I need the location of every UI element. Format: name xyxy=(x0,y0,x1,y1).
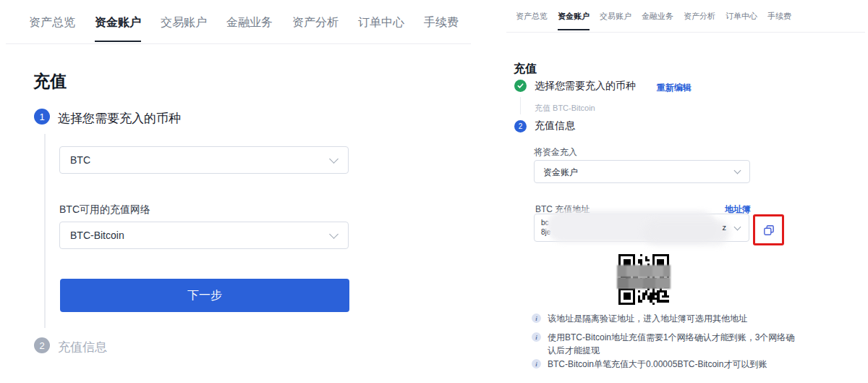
note-text: BTC-Bitcoin单笔充值大于0.00005BTC-Bitcoin才可以到账 xyxy=(548,358,802,371)
chevron-down-icon xyxy=(329,154,339,164)
step-connector-line xyxy=(44,134,46,328)
address-blur-overlay xyxy=(643,220,730,245)
tab-asset-overview[interactable]: 资产总览 xyxy=(29,15,75,42)
page-title-right: 充值 xyxy=(514,62,537,77)
chevron-down-icon xyxy=(734,224,741,231)
tab-asset-analysis[interactable]: 资产分析 xyxy=(684,11,715,30)
next-step-button[interactable]: 下一步 xyxy=(60,279,349,312)
step1-number-badge: 1 xyxy=(34,109,50,125)
check-icon xyxy=(517,83,524,89)
tab-order-center[interactable]: 订单中心 xyxy=(726,11,757,30)
tabs-divider-left xyxy=(6,43,471,44)
note-text: 该地址是隔离验证地址，进入地址簿可选用其他地址 xyxy=(548,312,802,325)
tab-fees[interactable]: 手续费 xyxy=(767,11,791,30)
tab-fees[interactable]: 手续费 xyxy=(424,15,459,42)
account-tabs-left: 资产总览 资金账户 交易账户 金融业务 资产分析 订单中心 手续费 xyxy=(29,15,459,42)
tabs-divider-right xyxy=(506,32,865,33)
step2-label-left: 充值信息 xyxy=(58,339,107,355)
re-edit-link[interactable]: 重新编辑 xyxy=(657,82,692,94)
network-label: BTC可用的充值网络 xyxy=(59,203,150,216)
deposit-address-select[interactable]: bc 8je z xyxy=(534,214,749,242)
page-title-left: 充值 xyxy=(33,70,67,93)
tab-funding-account[interactable]: 资金账户 xyxy=(558,11,590,30)
info-icon: i xyxy=(532,313,541,323)
qr-blur-overlay xyxy=(617,277,671,289)
currency-select-value: BTC xyxy=(70,154,90,166)
qr-code xyxy=(618,253,669,306)
tab-funding-account[interactable]: 资金账户 xyxy=(95,15,141,42)
step1-number: 1 xyxy=(39,111,44,122)
account-select-value: 资金账户 xyxy=(543,167,578,179)
currency-select[interactable]: BTC xyxy=(59,146,349,174)
step2-number-left: 2 xyxy=(39,340,44,351)
address-suffix: z xyxy=(723,223,727,232)
account-select[interactable]: 资金账户 xyxy=(534,160,750,183)
step2-number-badge-left: 2 xyxy=(34,337,50,353)
note-text: 使用BTC-Bitcoin地址充值需要1个网络确认才能到账，3个网络确认后才能提… xyxy=(548,331,797,357)
chevron-down-icon xyxy=(734,167,741,174)
step-connector-line-right xyxy=(520,97,521,114)
info-icon: i xyxy=(532,359,541,369)
tab-trading-account[interactable]: 交易账户 xyxy=(600,11,631,30)
network-select-value: BTC-Bitcoin xyxy=(70,230,124,241)
step2-number-badge-right: 2 xyxy=(514,120,527,132)
step1-label-right: 选择您需要充入的币种 xyxy=(535,80,636,93)
step1-label-left: 选择您需要充入的币种 xyxy=(58,110,181,127)
deposit-tutorial-screenshot: 资产总览 资金账户 交易账户 金融业务 资产分析 订单中心 手续费 充值 1 选… xyxy=(0,0,868,383)
copy-highlight-annotation xyxy=(753,214,784,245)
note-item: i 使用BTC-Bitcoin地址充值需要1个网络确认才能到账，3个网络确认后才… xyxy=(532,331,797,357)
account-tabs-right: 资产总览 资金账户 交易账户 金融业务 资产分析 订单中心 手续费 xyxy=(516,11,791,30)
step1-done-badge xyxy=(514,80,527,92)
step1-summary: 充值 BTC-Bitcoin xyxy=(535,103,595,114)
note-item: i BTC-Bitcoin单笔充值大于0.00005BTC-Bitcoin才可以… xyxy=(532,358,802,371)
tab-order-center[interactable]: 订单中心 xyxy=(358,15,404,42)
tab-asset-overview[interactable]: 资产总览 xyxy=(516,11,548,30)
tab-asset-analysis[interactable]: 资产分析 xyxy=(292,15,339,42)
chevron-down-icon xyxy=(329,230,339,239)
note-item: i 该地址是隔离验证地址，进入地址簿可选用其他地址 xyxy=(532,312,802,325)
step2-label-right: 充值信息 xyxy=(535,119,575,132)
step2-number-right: 2 xyxy=(519,122,523,130)
fund-into-label: 将资金充入 xyxy=(534,146,577,159)
tab-financial-services[interactable]: 金融业务 xyxy=(642,11,673,30)
copy-icon[interactable] xyxy=(763,224,775,236)
network-select[interactable]: BTC-Bitcoin xyxy=(59,222,349,249)
tab-financial-services[interactable]: 金融业务 xyxy=(226,15,273,42)
tab-trading-account[interactable]: 交易账户 xyxy=(161,15,207,42)
qr-blur-overlay xyxy=(617,265,671,277)
info-icon: i xyxy=(532,332,541,342)
